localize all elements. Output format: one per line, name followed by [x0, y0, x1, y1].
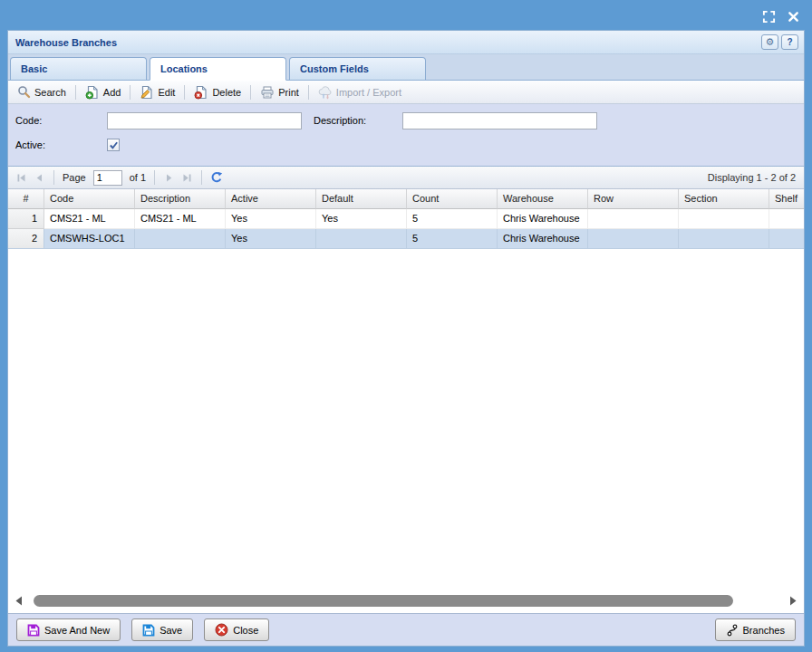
- row-number-cell[interactable]: 2: [8, 229, 44, 249]
- grid-cell[interactable]: [316, 229, 407, 249]
- first-page-button[interactable]: [14, 170, 29, 186]
- grid-cell[interactable]: 5: [407, 209, 498, 229]
- window-close-button[interactable]: [786, 9, 800, 24]
- column-header-row[interactable]: Row: [588, 189, 679, 209]
- search-button[interactable]: Search: [12, 83, 72, 101]
- code-label: Code:: [15, 115, 42, 126]
- prev-page-icon: [34, 172, 45, 184]
- button-label: Branches: [743, 625, 785, 636]
- close-button[interactable]: Close: [204, 618, 269, 641]
- column-header-default[interactable]: Default: [316, 189, 407, 209]
- next-page-button[interactable]: [161, 170, 177, 186]
- settings-button[interactable]: ⚙: [761, 34, 778, 50]
- locations-grid: #CodeDescriptionActiveDefaultCountWareho…: [8, 189, 804, 613]
- column-header-active[interactable]: Active: [226, 189, 316, 209]
- tab-label: Basic: [21, 63, 47, 74]
- grid-body: 1CMS21 - MLCMS21 - MLYesYes5Chris Wareho…: [8, 209, 804, 249]
- grid-cell[interactable]: CMSWHS-LOC1: [44, 229, 135, 249]
- column-header-shelf[interactable]: Shelf: [769, 189, 804, 209]
- button-label: Edit: [158, 87, 175, 98]
- help-button[interactable]: ?: [781, 34, 798, 50]
- grid-cell[interactable]: [588, 229, 679, 249]
- row-number-cell[interactable]: 1: [8, 209, 44, 229]
- grid-cell[interactable]: [769, 229, 804, 249]
- tab-custom-fields[interactable]: Custom Fields: [289, 57, 426, 80]
- code-input[interactable]: [107, 112, 302, 129]
- scroll-right-arrow[interactable]: [788, 595, 798, 607]
- grid-cell[interactable]: [769, 209, 804, 229]
- grid-cell[interactable]: [135, 229, 226, 249]
- grid-cell[interactable]: 5: [407, 229, 498, 249]
- edit-button[interactable]: Edit: [134, 83, 180, 101]
- save-button[interactable]: Save: [131, 618, 193, 641]
- last-page-button[interactable]: [179, 170, 195, 186]
- last-page-icon: [181, 172, 193, 184]
- column-header-section[interactable]: Section: [679, 189, 769, 209]
- button-label: Search: [34, 87, 66, 98]
- checkmark-icon: [109, 140, 119, 150]
- grid-cell[interactable]: [679, 229, 769, 249]
- column-header-warehouse[interactable]: Warehouse: [498, 189, 588, 209]
- panel-header: Warehouse Branches ⚙ ?: [8, 31, 804, 54]
- refresh-button[interactable]: [208, 170, 224, 186]
- close-circle-icon: [215, 623, 228, 637]
- search-form: Code: Description: Active:: [8, 104, 804, 166]
- help-icon: ?: [787, 37, 792, 47]
- delete-button[interactable]: Delete: [188, 83, 246, 101]
- tab-locations[interactable]: Locations: [150, 57, 286, 81]
- page-label: Page: [61, 172, 88, 183]
- search-icon: [17, 85, 31, 99]
- page-number-input[interactable]: [93, 170, 122, 186]
- first-page-icon: [15, 172, 27, 184]
- save-and-new-icon: [27, 624, 40, 637]
- toolbar-separator: [75, 85, 76, 100]
- page-title: Warehouse Branches: [14, 37, 761, 48]
- gear-icon: ⚙: [766, 37, 775, 47]
- grid-cell[interactable]: CMS21 - ML: [135, 209, 226, 229]
- grid-cell[interactable]: Yes: [226, 209, 316, 229]
- description-label: Description:: [314, 115, 366, 126]
- grid-cell[interactable]: Chris Warehouse: [498, 229, 588, 249]
- grid-cell[interactable]: Yes: [226, 229, 316, 249]
- description-input[interactable]: [402, 112, 597, 129]
- horizontal-scrollbar[interactable]: [8, 593, 804, 609]
- column-header-count[interactable]: Count: [407, 189, 498, 209]
- grid-cell[interactable]: [679, 209, 769, 229]
- button-label: Delete: [212, 87, 241, 98]
- scrollbar-thumb[interactable]: [34, 595, 733, 607]
- grid-cell[interactable]: Chris Warehouse: [498, 209, 588, 229]
- table-row[interactable]: 1CMS21 - MLCMS21 - MLYesYes5Chris Wareho…: [8, 209, 804, 229]
- branches-button[interactable]: Branches: [715, 618, 796, 641]
- print-button[interactable]: Print: [255, 83, 304, 101]
- maximize-button[interactable]: [761, 9, 776, 24]
- column-header-num[interactable]: #: [8, 189, 44, 209]
- tab-basic[interactable]: Basic: [10, 57, 147, 80]
- tab-strip: Basic Locations Custom Fields: [8, 54, 804, 81]
- grid-header-row: #CodeDescriptionActiveDefaultCountWareho…: [8, 189, 804, 209]
- grid-cell[interactable]: Yes: [316, 209, 407, 229]
- pagination-bar: Page of 1 Displaying 1 - 2 of 2: [8, 166, 804, 189]
- table-row[interactable]: 2CMSWHS-LOC1Yes5Chris Warehouse: [8, 229, 804, 249]
- button-label: Import / Export: [336, 87, 401, 98]
- window-titlebar: [0, 0, 812, 30]
- toolbar-separator: [308, 85, 309, 100]
- pagebar-separator: [154, 170, 155, 185]
- pagebar-separator: [53, 170, 54, 185]
- active-checkbox[interactable]: [107, 139, 120, 151]
- add-button[interactable]: Add: [80, 83, 127, 101]
- save-and-new-button[interactable]: Save And New: [16, 618, 121, 641]
- column-header-code[interactable]: Code: [44, 189, 135, 209]
- footer-bar: Save And New Save Close Branches: [8, 613, 804, 646]
- grid-cell[interactable]: CMS21 - ML: [44, 209, 135, 229]
- prev-page-button[interactable]: [32, 170, 47, 186]
- import-export-icon: [318, 85, 333, 100]
- grid-cell[interactable]: [588, 209, 679, 229]
- scroll-left-arrow[interactable]: [14, 595, 24, 607]
- column-header-description[interactable]: Description: [135, 189, 226, 209]
- tab-label: Custom Fields: [300, 63, 369, 74]
- toolbar: Search Add Edit: [8, 81, 804, 104]
- save-icon: [142, 624, 155, 637]
- button-label: Add: [103, 87, 121, 98]
- toolbar-separator: [130, 85, 130, 100]
- tab-label: Locations: [160, 63, 208, 74]
